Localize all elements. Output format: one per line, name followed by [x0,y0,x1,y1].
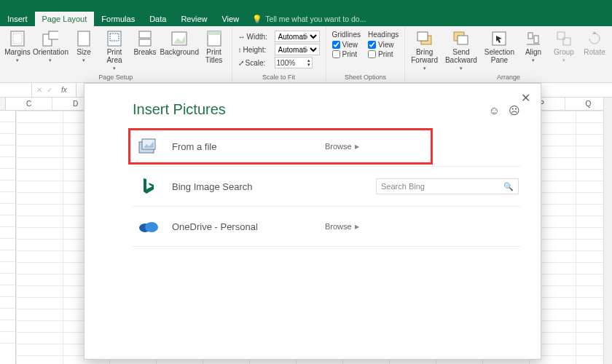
file-icon [137,137,159,156]
rotate-button[interactable]: Rotate [580,29,609,58]
tab-page-layout[interactable]: Page Layout [35,12,95,26]
onedrive-icon [137,217,159,236]
svg-rect-14 [417,32,428,41]
tell-me-label: Tell me what you want to do... [265,15,366,23]
bulb-icon: 💡 [252,15,262,24]
svg-rect-20 [534,36,538,43]
svg-rect-16 [458,36,468,44]
group-button[interactable]: Group▾ [549,29,578,65]
breaks-button[interactable]: Breaks [130,29,160,58]
chevron-right-icon: ▶ [355,223,359,230]
svg-rect-4 [78,31,90,46]
dialog-title: Insert Pictures [133,101,226,118]
svg-rect-19 [528,33,533,39]
selection-pane-icon [491,31,507,47]
print-titles-button[interactable]: Print Titles [200,29,229,66]
svg-marker-28 [144,178,154,194]
option-label: OneDrive - Personal [172,221,325,232]
group-page-setup: Margins▾ Orientation▾ Size▾ Print Area▾ [0,26,232,82]
row-headers [0,111,16,364]
svg-rect-12 [208,31,221,35]
svg-rect-7 [139,31,151,38]
group-label-page-setup: Page Setup [3,74,229,82]
tab-view[interactable]: View [214,12,246,26]
tell-me-search[interactable]: 💡 Tell me what you want to do... [246,12,366,26]
print-titles-icon [206,31,222,47]
bing-icon [137,177,159,196]
enter-icon[interactable]: ✓ [47,86,52,94]
tab-data[interactable]: Data [142,12,173,26]
send-backward-icon [453,31,469,47]
selection-pane-button[interactable]: Selection Pane [482,29,517,66]
tab-insert[interactable]: Insert [0,12,35,26]
align-button[interactable]: Align▾ [519,29,548,65]
svg-marker-24 [592,31,597,34]
tab-formulas[interactable]: Formulas [94,12,142,26]
gridlines-view-checkbox[interactable]: View [332,41,361,49]
group-arrange: Bring Forward▾ Send Backward▾ Selection … [405,26,612,82]
insert-pictures-dialog: ✕ Insert Pictures ☺ ☹ From a file Browse… [84,83,541,360]
group-icon [556,31,572,47]
width-icon: ↔ [238,33,246,41]
print-area-icon [106,31,122,47]
gridlines-print-checkbox[interactable]: Print [332,50,361,58]
option-action: Browse [325,142,352,151]
size-icon [76,31,92,47]
option-bing[interactable]: Bing Image Search Search Bing 🔍 [133,167,520,207]
option-onedrive[interactable]: OneDrive - Personal Browse ▶ [133,207,520,247]
option-label: Bing Image Search [172,181,325,192]
svg-rect-8 [139,39,151,46]
rotate-icon [586,31,603,47]
scale-icon: ⤢ [238,59,244,67]
close-button[interactable]: ✕ [521,91,530,105]
option-label: From a file [172,141,325,152]
orientation-button[interactable]: Orientation▾ [34,29,68,65]
name-box[interactable] [0,83,32,97]
option-from-file[interactable]: From a file Browse ▶ [133,127,520,167]
search-icon: 🔍 [503,182,514,191]
headings-print-checkbox[interactable]: Print [368,50,399,58]
vertical-scrollbar[interactable] [603,98,612,364]
cancel-icon[interactable]: ✕ [36,86,42,94]
align-icon [525,31,541,47]
bring-forward-icon [417,31,433,47]
bring-forward-button[interactable]: Bring Forward▾ [408,29,441,73]
fx-icon[interactable]: fx [57,86,71,94]
width-select[interactable]: Automatic [275,31,320,42]
tab-review[interactable]: Review [173,12,214,26]
orientation-icon [42,31,58,47]
svg-rect-3 [49,31,58,39]
group-sheet-options: Gridlines View Print Headings View Print… [326,26,406,82]
select-all-corner[interactable] [0,98,6,110]
group-label-arrange: Arrange [408,74,609,82]
group-label-scale-to-fit: Scale to Fit [235,74,323,82]
send-backward-button[interactable]: Send Backward▾ [442,29,480,73]
height-icon: ↕ [238,46,242,54]
print-area-button[interactable]: Print Area▾ [100,29,129,73]
ribbon-tabs: Insert Page Layout Formulas Data Review … [0,12,612,26]
margins-button[interactable]: Margins▾ [3,29,32,65]
group-scale-to-fit: ↔Width: Automatic ↕Height: Automatic ⤢Sc… [232,26,326,82]
background-icon [171,31,187,47]
col-header[interactable]: C [6,98,52,110]
option-action: Browse [325,222,352,231]
search-placeholder: Search Bing [381,182,425,191]
feedback-frown-icon[interactable]: ☹ [509,104,520,117]
svg-point-30 [145,222,158,232]
margins-icon [9,31,26,47]
feedback-smile-icon[interactable]: ☺ [489,104,500,117]
bing-search-input[interactable]: Search Bing 🔍 [376,178,519,194]
ribbon: Margins▾ Orientation▾ Size▾ Print Area▾ [0,26,612,83]
scale-spinner[interactable]: 100%▴▾ [275,57,313,68]
headings-heading: Headings [368,31,399,39]
height-select[interactable]: Automatic [275,44,320,55]
group-label-sheet-options: Sheet Options [329,74,402,82]
size-button[interactable]: Size▾ [69,29,98,65]
gridlines-heading: Gridlines [332,31,361,39]
background-button[interactable]: Background [161,29,198,58]
title-bar [0,0,612,12]
breaks-icon [137,31,153,47]
chevron-right-icon: ▶ [355,143,359,150]
headings-view-checkbox[interactable]: View [368,41,399,49]
